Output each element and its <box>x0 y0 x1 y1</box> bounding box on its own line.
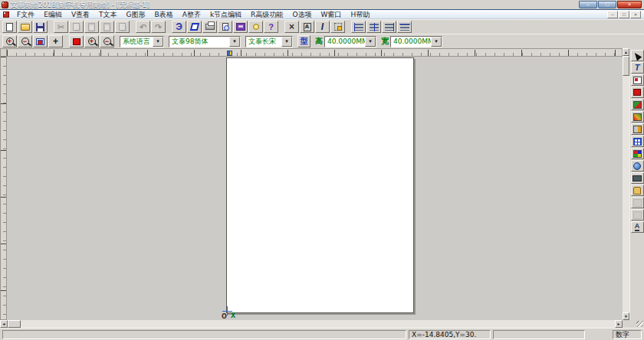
table-tool-button[interactable] <box>631 136 644 147</box>
new-file-button[interactable] <box>2 21 17 33</box>
web-tool-button[interactable] <box>631 160 644 172</box>
menu-file[interactable]: F文件 <box>12 10 39 19</box>
print-button[interactable] <box>202 21 217 33</box>
zoom-in-button[interactable]: + <box>2 35 17 47</box>
secondary-font-dropdown-icon[interactable]: ▼ <box>281 37 292 47</box>
menu-advanced[interactable]: R高级功能 <box>246 10 288 19</box>
select-tool-button[interactable] <box>631 50 644 61</box>
open-file-icon <box>21 24 30 31</box>
web-tool-icon <box>633 162 641 170</box>
menu-help[interactable]: H帮助 <box>346 10 374 19</box>
zoom-region-button[interactable]: + <box>84 35 99 47</box>
align-center-button[interactable] <box>366 21 381 33</box>
help-button[interactable]: ? <box>264 21 278 33</box>
menu-edit[interactable]: E编辑 <box>39 10 67 19</box>
save-file-button[interactable] <box>33 21 48 33</box>
menu-text[interactable]: T文本 <box>94 10 122 19</box>
frame-tool-icon <box>633 77 642 84</box>
engrave-params-tool-button[interactable] <box>631 123 644 135</box>
secondary-font-combo[interactable]: 文泰长宋 ▼ <box>245 36 293 47</box>
maximize-button[interactable]: □ <box>598 1 616 8</box>
ruler-origin-marker <box>227 51 232 56</box>
menu-view[interactable]: V查看 <box>67 10 94 19</box>
plot-output-button[interactable]: Э <box>172 21 186 33</box>
text-align-tool-button[interactable]: A <box>631 221 644 233</box>
font-style-button[interactable]: 型 <box>297 35 310 47</box>
paste-button <box>84 21 99 33</box>
open-file-button[interactable] <box>18 21 32 33</box>
image-tool-button[interactable] <box>631 87 644 98</box>
vertical-scrollbar[interactable]: ▲ ▼ <box>623 48 629 320</box>
toolbar-separator <box>64 41 69 42</box>
menu-options[interactable]: O选项 <box>288 10 316 19</box>
display-mode-button[interactable] <box>233 21 248 33</box>
align-top-button[interactable] <box>397 21 412 33</box>
width-combo[interactable]: 40.0000MM ▼ <box>390 36 442 47</box>
color-fill-button[interactable] <box>69 35 84 47</box>
mdi-minimize-button[interactable]: – <box>607 11 618 18</box>
width-dropdown-icon[interactable]: ▼ <box>431 37 442 47</box>
menu-align[interactable]: A整齐 <box>178 10 205 19</box>
menu-table[interactable]: B表格 <box>150 10 178 19</box>
text-align-tool-icon: A <box>635 223 640 231</box>
grab-tool-button[interactable] <box>631 185 644 196</box>
horizontal-scrollbar[interactable]: ◄ ► <box>0 320 623 328</box>
origin-marker: O X <box>220 306 240 320</box>
frame-tool-button[interactable] <box>631 74 644 86</box>
mdi-restore-button[interactable]: □ <box>619 11 629 18</box>
menu-window[interactable]: W窗口 <box>316 10 346 19</box>
scroll-left-icon[interactable]: ◄ <box>0 320 8 328</box>
italic-button[interactable]: I <box>315 21 330 33</box>
text-tool-button[interactable]: T <box>631 62 644 74</box>
language-combo[interactable]: 系统语言 ▼ <box>120 36 164 47</box>
display-mode-icon <box>236 23 245 31</box>
horizontal-ruler <box>7 48 623 57</box>
menu-graphics[interactable]: G图形 <box>122 10 150 19</box>
paste-icon <box>88 23 95 31</box>
scroll-up-icon[interactable]: ▲ <box>623 48 629 56</box>
tips-button[interactable] <box>248 21 263 33</box>
output-device-tool-button[interactable] <box>631 172 644 184</box>
align-right-button[interactable] <box>382 21 396 33</box>
vertical-scroll-thumb[interactable] <box>623 56 629 76</box>
vertical-ruler <box>0 57 7 320</box>
resize-grip[interactable] <box>636 321 643 327</box>
page-setup-button[interactable] <box>187 21 202 33</box>
image-tool-icon <box>633 89 641 96</box>
palette-tool-icon <box>633 150 642 158</box>
horizontal-scroll-thumb[interactable] <box>8 320 21 328</box>
clone-button <box>115 21 130 33</box>
effects-tool-icon <box>633 113 642 121</box>
pan-button[interactable]: + <box>48 35 63 47</box>
language-dropdown-icon[interactable]: ▼ <box>153 37 163 47</box>
node-edit-tool-button[interactable] <box>330 21 345 33</box>
document-icon[interactable] <box>3 11 9 18</box>
width-value: 40.0000MM <box>391 38 431 45</box>
font-dropdown-icon[interactable]: ▼ <box>229 37 240 47</box>
print-preview-icon <box>222 23 228 31</box>
drawing-canvas[interactable]: O X <box>7 57 623 320</box>
font-combo[interactable]: 文泰98简体 ▼ <box>169 36 241 47</box>
align-right-icon <box>385 24 394 31</box>
effects-tool-button[interactable] <box>631 111 644 123</box>
zoom-out-button[interactable]: − <box>18 35 32 47</box>
scroll-down-icon[interactable]: ▼ <box>623 312 629 320</box>
zoom-page-button[interactable] <box>33 35 48 47</box>
menu-node-edit[interactable]: k节点编辑 <box>205 10 246 19</box>
clipart-tool-button[interactable] <box>631 99 644 110</box>
align-left-button[interactable] <box>351 21 366 33</box>
mirror-button[interactable]: × <box>284 21 299 33</box>
zoom-prev-button[interactable]: − <box>100 35 114 47</box>
text-frame-button[interactable]: A <box>300 21 314 33</box>
plot-output-icon: Э <box>176 22 182 31</box>
height-combo[interactable]: 40.0000MM ▼ <box>324 36 376 47</box>
mdi-close-button[interactable]: × <box>630 11 641 18</box>
print-preview-button[interactable] <box>218 21 232 33</box>
close-button[interactable]: × <box>617 1 642 8</box>
height-value: 40.0000MM <box>325 38 365 45</box>
height-dropdown-icon[interactable]: ▼ <box>365 37 376 47</box>
scroll-right-icon[interactable]: ► <box>615 320 623 328</box>
palette-tool-button[interactable] <box>631 148 644 159</box>
document-page[interactable] <box>226 57 414 313</box>
minimize-button[interactable]: – <box>579 1 597 8</box>
